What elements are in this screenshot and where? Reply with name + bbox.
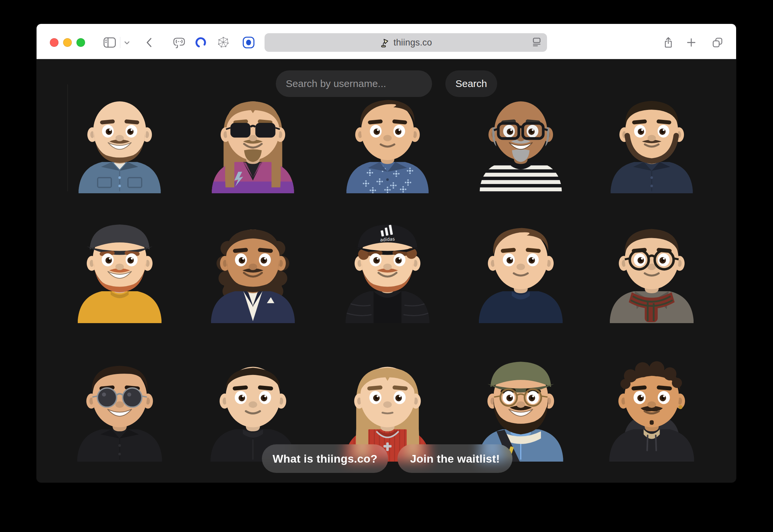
loading-spinner-icon [195,37,207,48]
sidebar-icon[interactable] [102,36,117,49]
tab-overview-icon[interactable] [712,37,724,48]
svg-text:adidas: adidas [380,236,395,242]
avatar-r2c3[interactable]: adidas [336,218,439,323]
avatar-r2c5[interactable] [600,218,703,323]
avatar-r2c4[interactable] [469,218,572,323]
page-content: adidas Search What is thiings.co? Join t… [37,59,736,483]
avatar-r1c4[interactable] [469,90,572,193]
share-icon[interactable] [663,37,674,48]
address-bar[interactable]: thiings.co [264,33,547,52]
zoom-window-button[interactable] [76,38,85,47]
record-dot-extension-icon[interactable] [242,36,255,49]
avatar-r3c5[interactable] [600,355,703,462]
chevron-down-icon[interactable] [123,40,131,45]
page-format-icon[interactable] [532,37,542,48]
search-input[interactable] [276,70,432,97]
avatar-r1c1[interactable] [68,90,171,193]
url-text: thiings.co [394,38,432,48]
lamp-icon [379,37,390,48]
close-window-button[interactable] [50,38,58,47]
graph-extension-icon[interactable] [217,36,230,49]
new-tab-icon[interactable] [686,38,696,47]
avatar-r1c2[interactable] [201,90,304,193]
screenshot-stage: thiings.co adidas [0,0,773,532]
safari-window: thiings.co adidas [37,24,736,483]
avatar-r2c2[interactable] [201,218,304,323]
avatar-r1c5[interactable] [600,90,703,193]
avatar-r2c1[interactable] [68,218,171,323]
minimize-window-button[interactable] [63,38,72,47]
avatar-r1c3[interactable] [336,90,439,193]
avatar-r3c1[interactable] [68,355,171,462]
avatar-grid: adidas [37,59,736,483]
what-is-thiings-button[interactable]: What is thiings.co? [262,444,388,473]
browser-toolbar: thiings.co [37,24,736,59]
join-waitlist-button[interactable]: Join the waitlist! [398,444,513,473]
back-icon[interactable] [144,37,154,48]
search-button[interactable]: Search [445,70,497,97]
toolbar-divider [120,37,120,48]
mastodon-extension-icon[interactable] [172,36,186,49]
